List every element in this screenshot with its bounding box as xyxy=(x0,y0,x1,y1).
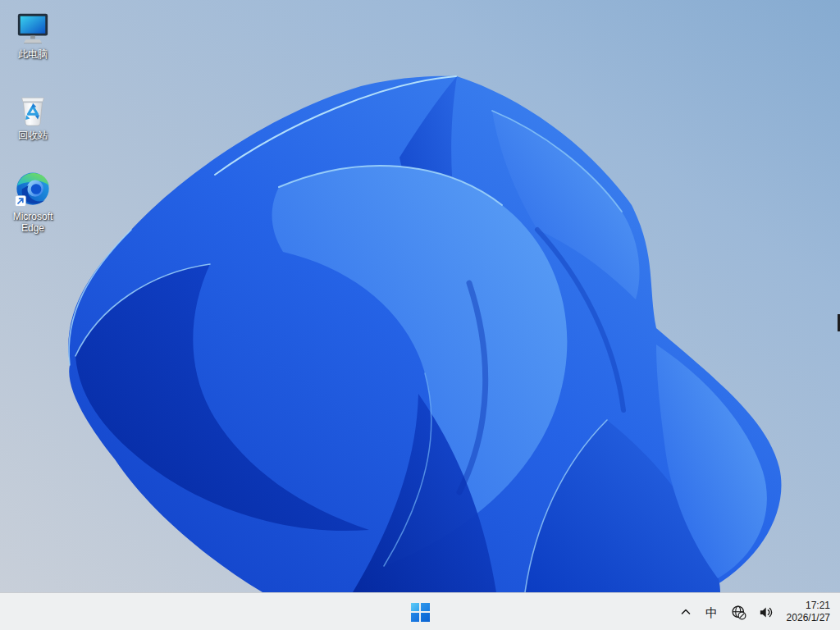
speaker-icon xyxy=(758,605,774,620)
shortcut-arrow-icon xyxy=(15,195,26,207)
chevron-up-icon xyxy=(679,605,692,619)
desktop-icon-label: Microsoft Edge xyxy=(2,211,63,234)
start-button[interactable] xyxy=(404,596,436,628)
desktop-icon-recycle-bin[interactable]: 回收站 xyxy=(2,84,64,164)
ime-mode-label: 中 xyxy=(705,606,718,619)
this-pc-icon xyxy=(14,11,52,46)
windows-logo-icon xyxy=(411,603,430,622)
wallpaper xyxy=(0,0,840,592)
desktop-screen: 此电脑 回收站 xyxy=(0,0,840,630)
network-button[interactable] xyxy=(726,598,751,626)
desktop-icon-label: 回收站 xyxy=(18,130,48,141)
ime-indicator-button[interactable]: 中 xyxy=(700,598,724,626)
bloom-wallpaper-graphic xyxy=(0,0,840,592)
taskbar: 中 17:21 2026/1/ xyxy=(0,592,840,630)
desktop-icon-grid: 此电脑 回收站 xyxy=(2,5,64,244)
clock-time: 17:21 xyxy=(806,600,830,612)
hidden-icons-button[interactable] xyxy=(673,598,698,626)
volume-button[interactable] xyxy=(753,598,778,626)
desktop-icon-microsoft-edge[interactable]: Microsoft Edge xyxy=(2,164,64,244)
system-tray: 中 17:21 2026/1/ xyxy=(673,593,837,630)
recycle-bin-icon xyxy=(15,91,51,127)
clock-date: 2026/1/27 xyxy=(787,612,830,624)
desktop-icon-label: 此电脑 xyxy=(18,48,48,60)
taskbar-clock[interactable]: 17:21 2026/1/27 xyxy=(780,596,837,628)
desktop-icon-this-pc[interactable]: 此电脑 xyxy=(2,5,64,84)
globe-no-internet-icon xyxy=(731,605,746,620)
